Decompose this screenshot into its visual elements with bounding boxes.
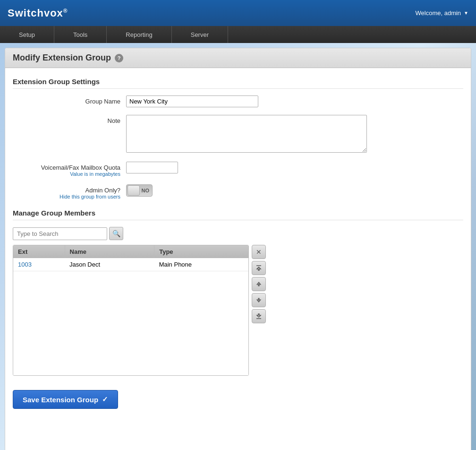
admin-only-label: Admin Only? Hide this group from users bbox=[13, 184, 126, 199]
cell-name: Jason Dect bbox=[65, 258, 154, 271]
side-buttons: ✕ bbox=[252, 245, 266, 376]
welcome-label: Welcome, admin bbox=[416, 9, 461, 17]
quota-label-text: Voicemail/Fax Mailbox Quota bbox=[41, 164, 120, 171]
group-name-label: Group Name bbox=[13, 95, 126, 105]
search-input[interactable] bbox=[13, 227, 107, 240]
search-icon: 🔍 bbox=[112, 230, 120, 237]
help-icon[interactable]: ? bbox=[115, 54, 123, 62]
move-up-icon bbox=[255, 281, 262, 287]
save-label: Save Extension Group bbox=[23, 396, 98, 404]
nav-bar: Setup Tools Reporting Server bbox=[0, 26, 476, 43]
move-bottom-button[interactable] bbox=[252, 309, 266, 323]
form-row-group-name: Group Name bbox=[13, 95, 463, 107]
note-input[interactable] bbox=[126, 115, 367, 153]
nav-item-reporting[interactable]: Reporting bbox=[107, 26, 171, 43]
admin-only-control: NO bbox=[126, 184, 463, 197]
table-header-row: Ext Name Type bbox=[13, 245, 248, 258]
move-down-button[interactable] bbox=[252, 293, 266, 307]
section-title-settings: Extension Group Settings bbox=[13, 78, 463, 89]
toggle-wrap: NO bbox=[126, 184, 463, 197]
nav-item-setup[interactable]: Setup bbox=[0, 26, 54, 43]
save-extension-group-button[interactable]: Save Extension Group ✓ bbox=[13, 390, 118, 409]
save-icon: ✓ bbox=[102, 395, 108, 404]
nav-item-tools[interactable]: Tools bbox=[54, 26, 107, 43]
col-ext: Ext bbox=[13, 245, 65, 258]
move-down-icon bbox=[255, 297, 262, 303]
move-up-button[interactable] bbox=[252, 277, 266, 291]
note-control bbox=[126, 115, 463, 154]
welcome-dropdown-arrow[interactable]: ▼ bbox=[464, 10, 468, 16]
cell-type: Main Phone bbox=[154, 258, 248, 271]
table-empty-area bbox=[13, 271, 248, 375]
group-name-control bbox=[126, 95, 463, 107]
admin-only-sub-label: Hide this group from users bbox=[13, 194, 120, 199]
admin-only-toggle[interactable]: NO bbox=[126, 184, 153, 197]
toggle-knob bbox=[128, 185, 140, 196]
col-name: Name bbox=[65, 245, 154, 258]
quota-control bbox=[126, 162, 463, 173]
members-table-wrap: Ext Name Type 1003 Jason Dect Main Phone bbox=[13, 245, 249, 376]
col-type: Type bbox=[154, 245, 248, 258]
ext-link[interactable]: 1003 bbox=[18, 261, 32, 268]
search-button[interactable]: 🔍 bbox=[109, 227, 123, 240]
move-top-icon bbox=[255, 265, 262, 271]
admin-only-label-text: Admin Only? bbox=[85, 187, 120, 194]
form-row-quota: Voicemail/Fax Mailbox Quota Value is in … bbox=[13, 162, 463, 177]
page-title: Modify Extension Group bbox=[13, 53, 111, 63]
members-table: Ext Name Type 1003 Jason Dect Main Phone bbox=[13, 245, 248, 271]
note-label: Note bbox=[13, 115, 126, 124]
form-row-note: Note bbox=[13, 115, 463, 154]
quota-sub-label: Value is in megabytes bbox=[13, 171, 120, 177]
quota-label: Voicemail/Fax Mailbox Quota Value is in … bbox=[13, 162, 126, 177]
nav-item-server[interactable]: Server bbox=[172, 26, 228, 43]
table-row[interactable]: 1003 Jason Dect Main Phone bbox=[13, 258, 248, 271]
extension-group-settings-section: Extension Group Settings Group Name Note… bbox=[13, 78, 463, 199]
table-header: Ext Name Type bbox=[13, 245, 248, 258]
group-name-input[interactable] bbox=[126, 95, 258, 107]
cell-ext: 1003 bbox=[13, 258, 65, 271]
move-top-button[interactable] bbox=[252, 261, 266, 275]
main-content: Modify Extension Group ? Extension Group… bbox=[5, 48, 471, 450]
remove-button[interactable]: ✕ bbox=[252, 245, 266, 259]
section-title-members: Manage Group Members bbox=[13, 209, 463, 220]
logo: Switchvox® bbox=[8, 7, 68, 19]
form-row-admin-only: Admin Only? Hide this group from users N… bbox=[13, 184, 463, 199]
content-area: Extension Group Settings Group Name Note… bbox=[5, 68, 471, 418]
members-tbody: 1003 Jason Dect Main Phone bbox=[13, 258, 248, 271]
welcome-text: Welcome, admin ▼ bbox=[416, 9, 468, 17]
page-title-bar: Modify Extension Group ? bbox=[5, 48, 471, 68]
search-row: 🔍 bbox=[13, 227, 463, 240]
move-bottom-icon bbox=[255, 313, 262, 320]
manage-group-members-section: Manage Group Members 🔍 Ext Name bbox=[13, 209, 463, 376]
logo-trademark: ® bbox=[63, 7, 68, 14]
toggle-label: NO bbox=[142, 188, 150, 193]
quota-input[interactable] bbox=[126, 162, 178, 173]
members-container: Ext Name Type 1003 Jason Dect Main Phone bbox=[13, 245, 463, 376]
header: Switchvox® Welcome, admin ▼ bbox=[0, 0, 476, 26]
